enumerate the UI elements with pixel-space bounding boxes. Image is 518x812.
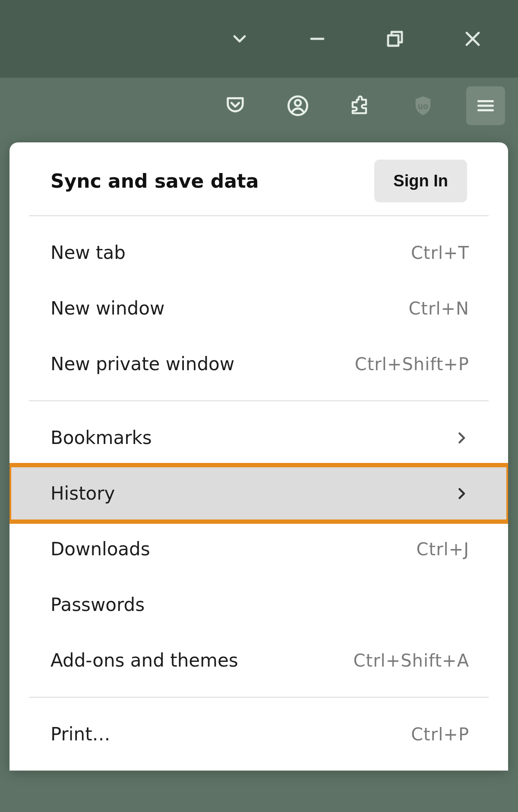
menu-item-print[interactable]: Print… Ctrl+P [29, 706, 489, 762]
hamburger-menu-button[interactable] [466, 86, 505, 125]
window-maximize-button[interactable] [384, 28, 406, 50]
menu-section-tabs: New tab Ctrl+T New window Ctrl+N New pri… [29, 216, 489, 401]
svg-point-6 [295, 100, 301, 106]
chevron-right-icon [454, 430, 469, 446]
menu-item-label: Passwords [51, 594, 145, 615]
svg-text:uo: uo [418, 101, 428, 111]
menu-item-label: Print… [51, 724, 111, 745]
menu-item-shortcut: Ctrl+J [417, 539, 469, 559]
app-menu-popup: Sync and save data Sign In New tab Ctrl+… [9, 142, 508, 771]
sync-title: Sync and save data [51, 170, 259, 192]
menu-item-shortcut: Ctrl+Shift+A [354, 651, 469, 670]
menu-item-label: New tab [51, 242, 126, 263]
menu-item-new-window[interactable]: New window Ctrl+N [29, 280, 489, 336]
menu-item-label: New window [51, 298, 164, 319]
window-close-button[interactable] [462, 28, 483, 50]
chevron-right-icon [454, 486, 469, 501]
menu-section-library: Bookmarks History Downloads Ctrl+J Passw… [29, 401, 489, 698]
ublock-shield-icon[interactable]: uo [404, 86, 442, 125]
menu-item-new-tab[interactable]: New tab Ctrl+T [29, 225, 489, 280]
menu-item-label: History [51, 483, 115, 504]
menu-section-print: Print… Ctrl+P [29, 698, 489, 771]
sync-row: Sync and save data Sign In [29, 147, 489, 216]
menu-item-label: Add-ons and themes [51, 650, 238, 671]
tab-list-caret[interactable] [229, 28, 250, 50]
menu-item-shortcut: Ctrl+P [411, 724, 469, 744]
sign-in-button[interactable]: Sign In [374, 160, 467, 202]
menu-item-label: Bookmarks [51, 427, 152, 448]
browser-toolbar: uo [0, 78, 518, 134]
menu-item-shortcut: Ctrl+T [411, 243, 469, 263]
menu-item-bookmarks[interactable]: Bookmarks [29, 410, 489, 466]
menu-item-shortcut: Ctrl+N [408, 299, 469, 318]
menu-item-downloads[interactable]: Downloads Ctrl+J [29, 521, 489, 577]
menu-item-history[interactable]: History [9, 466, 508, 521]
menu-item-label: New private window [51, 353, 234, 375]
pocket-icon[interactable] [216, 86, 255, 125]
extensions-icon[interactable] [341, 86, 380, 125]
menu-item-new-private-window[interactable]: New private window Ctrl+Shift+P [29, 336, 489, 392]
window-minimize-button[interactable] [306, 28, 328, 50]
account-icon[interactable] [278, 86, 317, 125]
menu-item-label: Downloads [51, 538, 150, 560]
svg-rect-2 [388, 35, 398, 46]
menu-item-shortcut: Ctrl+Shift+P [355, 354, 469, 374]
window-titlebar [0, 0, 518, 78]
menu-item-addons-themes[interactable]: Add-ons and themes Ctrl+Shift+A [29, 633, 489, 688]
menu-item-passwords[interactable]: Passwords [29, 577, 489, 633]
